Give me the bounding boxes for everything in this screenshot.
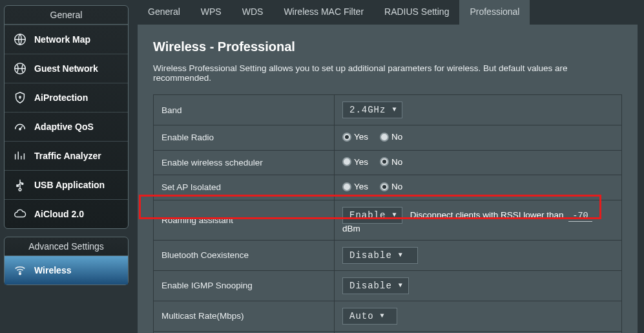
svg-point-2: [19, 96, 21, 98]
radio-icon: [342, 157, 351, 166]
sidebar-item-label: Guest Network: [34, 63, 98, 74]
shield-icon: [12, 90, 28, 105]
band-select[interactable]: 2.4GHz ▼: [342, 102, 402, 118]
row-label: Band: [154, 95, 335, 125]
svg-point-7: [19, 273, 21, 275]
select-value: Disable: [349, 281, 392, 291]
row-label: Set AP Isolated: [154, 175, 335, 200]
svg-point-5: [21, 183, 23, 184]
sidebar-item-usb-application[interactable]: USB Application: [5, 170, 128, 199]
scheduler-no[interactable]: No: [380, 157, 402, 167]
radio-icon: [380, 133, 389, 142]
radio-icon: [342, 133, 351, 142]
enable-radio-no[interactable]: No: [380, 132, 402, 142]
svg-point-4: [19, 189, 21, 191]
ap-isolated-yes[interactable]: Yes: [342, 182, 368, 191]
sidebar-item-guest-network[interactable]: Guest Network: [5, 54, 128, 83]
globe-icon: [12, 61, 28, 76]
multicast-select[interactable]: Auto ▼: [342, 308, 397, 325]
select-value: Enable: [349, 210, 386, 220]
row-label: Enable Radio: [154, 125, 335, 151]
row-label: Bluetooth Coexistence: [154, 240, 335, 270]
ap-isolated-no[interactable]: No: [380, 182, 402, 191]
roaming-select[interactable]: Enable ▼: [342, 207, 402, 224]
row-ap-isolated: Set AP Isolated Yes No: [154, 175, 622, 200]
chevron-down-icon: ▼: [392, 212, 397, 219]
svg-rect-6: [17, 185, 18, 186]
bluetooth-select[interactable]: Disable ▼: [342, 247, 418, 264]
select-value: Disable: [349, 250, 392, 261]
page-title: Wireless - Professional: [153, 39, 622, 54]
row-band: Band 2.4GHz ▼: [154, 95, 622, 125]
sidebar-item-network-map[interactable]: Network Map: [5, 25, 128, 54]
chevron-down-icon: ▼: [392, 107, 397, 113]
analytics-icon: [12, 148, 28, 164]
svg-point-3: [19, 128, 21, 129]
row-multicast-rate: Multicast Rate(Mbps) Auto ▼: [154, 301, 622, 331]
sidebar-item-aiprotection[interactable]: AiProtection: [5, 83, 128, 112]
tab-bar: General WPS WDS Wireless MAC Filter RADI…: [138, 0, 638, 25]
sidebar-item-label: AiProtection: [34, 92, 88, 103]
row-label: Multicast Rate(Mbps): [154, 301, 335, 331]
igmp-select[interactable]: Disable ▼: [342, 277, 409, 294]
radio-icon: [342, 182, 351, 191]
scheduler-yes[interactable]: Yes: [342, 157, 368, 167]
radio-icon: [380, 182, 389, 191]
settings-table: Band 2.4GHz ▼ Enable Radio Yes No: [153, 94, 622, 333]
sidebar-item-label: Traffic Analyzer: [34, 151, 101, 161]
cloud-icon: [12, 206, 28, 222]
sidebar-item-adaptive-qos[interactable]: Adaptive QoS: [5, 112, 128, 141]
row-bluetooth-coexistence: Bluetooth Coexistence Disable ▼: [154, 240, 622, 270]
unit-dbm: dBm: [342, 224, 360, 233]
sidebar-item-label: Network Map: [34, 34, 90, 45]
row-label: Enable wireless scheduler: [154, 150, 335, 175]
sidebar-advanced-panel: Advanced Settings Wireless: [4, 237, 129, 285]
tab-radius-setting[interactable]: RADIUS Setting: [374, 0, 459, 25]
chevron-down-icon: ▼: [399, 283, 403, 289]
enable-radio-yes[interactable]: Yes: [342, 132, 368, 142]
row-label: Enable IGMP Snooping: [154, 270, 335, 301]
sidebar-general-panel: General Network Map Guest Network AiProt…: [4, 5, 129, 229]
row-enable-scheduler: Enable wireless scheduler Yes No: [154, 150, 622, 175]
page-description: Wireless Professional Setting allows you…: [153, 63, 622, 83]
row-enable-radio: Enable Radio Yes No: [154, 125, 622, 151]
usb-icon: [12, 177, 28, 193]
roaming-hint-text: Disconnect clients with RSSI lower than: [410, 210, 564, 220]
select-value: 2.4GHz: [349, 105, 386, 115]
sidebar-item-label: Wireless: [34, 265, 71, 275]
sidebar-item-traffic-analyzer[interactable]: Traffic Analyzer: [5, 141, 128, 170]
sidebar-general-heading: General: [5, 6, 128, 25]
tab-wireless-mac-filter[interactable]: Wireless MAC Filter: [273, 0, 374, 25]
tab-general[interactable]: General: [138, 0, 191, 25]
row-label: Roaming assistant: [154, 200, 335, 240]
gauge-icon: [12, 119, 28, 134]
roaming-rssi-input[interactable]: -70: [568, 210, 592, 222]
tab-professional[interactable]: Professional: [459, 0, 530, 25]
content-panel: Wireless - Professional Wireless Profess…: [138, 25, 638, 333]
chevron-down-icon: ▼: [380, 313, 385, 319]
tab-wps[interactable]: WPS: [191, 0, 232, 25]
sidebar-item-label: Adaptive QoS: [34, 122, 94, 132]
globe-icon: [12, 32, 28, 47]
wifi-icon: [12, 263, 28, 278]
sidebar-item-aicloud[interactable]: AiCloud 2.0: [5, 199, 128, 228]
tab-wds[interactable]: WDS: [232, 0, 274, 25]
sidebar-item-wireless[interactable]: Wireless: [5, 256, 128, 285]
sidebar-item-label: AiCloud 2.0: [34, 209, 84, 219]
row-igmp-snooping: Enable IGMP Snooping Disable ▼: [154, 270, 622, 301]
row-roaming-assistant: Roaming assistant Enable ▼ Disconnect cl…: [154, 200, 622, 240]
chevron-down-icon: ▼: [399, 252, 403, 259]
sidebar-item-label: USB Application: [34, 180, 105, 190]
select-value: Auto: [349, 311, 374, 321]
sidebar-advanced-heading: Advanced Settings: [5, 237, 128, 256]
radio-icon: [380, 157, 389, 166]
